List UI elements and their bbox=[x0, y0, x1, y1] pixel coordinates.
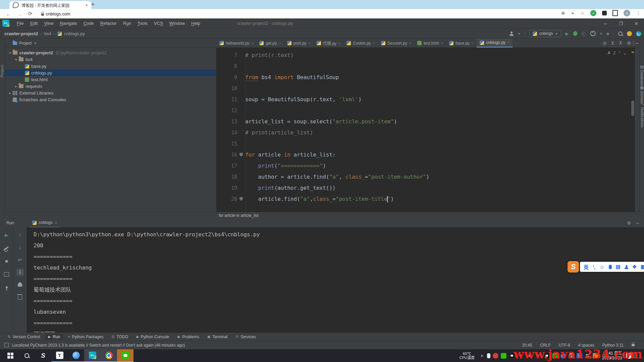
code-line[interactable]: 12 bbox=[216, 105, 635, 116]
chrome-app[interactable] bbox=[101, 349, 117, 362]
close-icon[interactable]: ✕ bbox=[629, 18, 644, 28]
ime-lang-icon[interactable]: 英 bbox=[584, 263, 589, 270]
code-line[interactable]: 16for article in article_list: bbox=[216, 149, 635, 160]
qq-browser-app[interactable] bbox=[68, 349, 84, 362]
tree-item-test-html[interactable]: test.html bbox=[5, 76, 216, 83]
status-event-icon[interactable] bbox=[4, 343, 9, 347]
ime-keyboard-icon[interactable]: ▤ bbox=[616, 264, 621, 270]
status-message[interactable]: Localized PyCharm 2023.1.3 is available … bbox=[12, 343, 185, 348]
code-line[interactable]: 11soup = BeautifulSoup(r.text, 'lxml') bbox=[216, 94, 635, 105]
maximize-icon[interactable]: ❐ bbox=[613, 18, 629, 28]
user-account-icon[interactable] bbox=[509, 34, 514, 36]
tree-arrow-icon[interactable]: ▸ bbox=[7, 91, 13, 95]
menu-window[interactable]: Window bbox=[169, 21, 185, 26]
inspections-widget[interactable]: A 2 ⌃ ⌄ bbox=[608, 50, 626, 55]
editor-tab--py[interactable]: 代理.py× bbox=[314, 39, 343, 48]
wechat-app[interactable] bbox=[117, 349, 133, 362]
tab-close-icon[interactable]: × bbox=[472, 41, 474, 45]
ime-skin-icon[interactable]: ❖ bbox=[632, 264, 637, 270]
coverage-icon[interactable]: Ⓒ bbox=[582, 31, 586, 37]
editor-tab-helloworld-py[interactable]: helloworld.py× bbox=[216, 39, 256, 48]
forward-icon[interactable]: → bbox=[17, 11, 22, 17]
menu-edit[interactable]: Edit bbox=[30, 21, 38, 26]
tree-item-crawler-project2[interactable]: ▾crawler-project2D:\python\crawler-proje… bbox=[5, 49, 216, 56]
tab-close-icon[interactable]: × bbox=[409, 41, 411, 45]
menu-code[interactable]: Code bbox=[84, 21, 94, 26]
code-line[interactable]: 20 article.find("a",class_="post-item-ti… bbox=[216, 193, 635, 204]
editor-tab-cnblogs-py[interactable]: cnblogs.py× bbox=[477, 39, 513, 48]
user-dropdown-icon[interactable]: ▾ bbox=[518, 31, 520, 36]
tree-item-requests[interactable]: ▸requests bbox=[5, 83, 216, 89]
tab-close-icon[interactable]: × bbox=[373, 41, 375, 45]
tree-item-Scratches-and-Consoles[interactable]: Scratches and Consoles bbox=[5, 96, 216, 103]
netease-tray-icon[interactable] bbox=[493, 353, 498, 359]
stripe-sciview[interactable]: ▦ SciView bbox=[640, 85, 644, 104]
ime-emoji-icon[interactable]: ☺ bbox=[599, 264, 604, 270]
reload-icon[interactable]: ⟳ bbox=[28, 11, 33, 17]
toolwindow-run[interactable]: ▶Run bbox=[45, 334, 63, 340]
run-tab[interactable]: cnblogs × bbox=[30, 218, 60, 228]
tab-close-icon[interactable]: × bbox=[85, 3, 88, 8]
run-button[interactable]: ▶ bbox=[566, 31, 569, 36]
run-config-select[interactable]: cnblogs ▾ bbox=[529, 30, 561, 37]
toolwindow-version-control[interactable]: ⇅Version Control bbox=[5, 334, 43, 340]
status-CRLF[interactable]: CRLF bbox=[540, 343, 550, 348]
code-line[interactable]: 17 print("============") bbox=[216, 160, 635, 171]
editor-tab-get-py[interactable]: get.py× bbox=[256, 39, 284, 48]
update-notification-icon[interactable]: ↑ bbox=[627, 31, 632, 36]
editor-tab-base-py[interactable]: base.py× bbox=[446, 39, 477, 48]
stripe-project[interactable]: Project bbox=[0, 65, 5, 77]
status-Python-3-11[interactable]: Python 3.11 bbox=[602, 343, 624, 348]
ime-punct-icon[interactable]: ’, bbox=[593, 264, 595, 270]
tree-item-cnblogs-py[interactable]: cnblogs.py bbox=[5, 69, 216, 76]
toolwindow-todo[interactable]: ☰TODO bbox=[108, 334, 131, 340]
toolwindow-problems[interactable]: ◉Problems bbox=[174, 334, 202, 340]
code-line[interactable]: 9from bs4 import BeautifulSoup bbox=[216, 72, 635, 83]
console-output[interactable]: D:\python\python3\python.exe D:\python\c… bbox=[34, 229, 260, 333]
new-tab-button[interactable]: + bbox=[91, 1, 95, 8]
editor-tab-Cookie-py[interactable]: Cookie.py× bbox=[343, 39, 378, 48]
toolwindow-services[interactable]: ⊙Services bbox=[233, 334, 259, 340]
extensions-puzzle-icon[interactable] bbox=[602, 11, 607, 15]
notepad-app[interactable]: T bbox=[51, 349, 68, 362]
toolwindow-python-packages[interactable]: ≡Python Packages bbox=[65, 334, 106, 340]
browser-tab[interactable]: 博客园 - 开发者的网上家园 × bbox=[9, 1, 91, 9]
editor-tab-Session-py[interactable]: Session.py× bbox=[378, 39, 414, 48]
more-tabs-icon[interactable]: ⋮ bbox=[632, 41, 636, 46]
menu-navigate[interactable]: Navigate bbox=[60, 21, 77, 26]
breadcrumb-item[interactable]: bs4 bbox=[44, 31, 51, 36]
wrap-next-occurrence-icon[interactable]: ↓ bbox=[16, 244, 24, 251]
tab-close-icon[interactable]: × bbox=[338, 41, 340, 45]
tree-arrow-icon[interactable]: ▾ bbox=[7, 51, 13, 55]
code-line[interactable]: 13article_list = soup.select("article.po… bbox=[216, 116, 635, 127]
project-panel-header[interactable]: Project ▾ bbox=[5, 39, 216, 48]
code-line[interactable]: 7# print(r.text) bbox=[216, 50, 635, 61]
tree-arrow-icon[interactable]: ▸ bbox=[13, 84, 19, 88]
tree-item-bs4[interactable]: ▾bs4 bbox=[5, 56, 216, 63]
toolwindow-terminal[interactable]: ▣Terminal bbox=[204, 334, 231, 340]
code-editor[interactable]: 7# print(r.text)89from bs4 import Beauti… bbox=[216, 48, 635, 212]
code-line[interactable]: 15 bbox=[216, 138, 635, 149]
tab-close-icon[interactable]: × bbox=[308, 41, 310, 45]
wechat-tray-icon[interactable] bbox=[501, 353, 506, 359]
microphone-tray-icon[interactable] bbox=[487, 353, 490, 358]
sogou-logo[interactable]: S bbox=[568, 261, 579, 273]
extension-check-icon[interactable]: ✓ bbox=[590, 10, 596, 16]
wrap-restore-layout-icon[interactable] bbox=[3, 270, 10, 278]
tree-item-External-Libraries[interactable]: ▸External Libraries bbox=[5, 89, 216, 96]
tray-expand-chevron[interactable]: ∧ bbox=[479, 353, 485, 359]
wrap-prev-occurrence-icon[interactable]: ↑ bbox=[16, 231, 24, 239]
tree-item-base-py[interactable]: base.py bbox=[5, 63, 216, 69]
tab-close-icon[interactable]: × bbox=[279, 41, 281, 45]
menu-run[interactable]: Run bbox=[123, 21, 131, 26]
profiler-dropdown-icon[interactable]: ▾ bbox=[600, 31, 602, 36]
code-line[interactable]: 10 bbox=[216, 83, 635, 94]
back-icon[interactable]: ← bbox=[6, 11, 11, 17]
wrap-stop-button[interactable]: ■ bbox=[3, 257, 10, 265]
wrap-rerun-button[interactable]: ▶ bbox=[3, 231, 10, 239]
stripe-notifications[interactable]: ◔ Notifications bbox=[640, 102, 644, 127]
wrap-clear-all-icon[interactable] bbox=[16, 293, 24, 301]
toolwindow-python-console[interactable]: ◆Python Console bbox=[133, 334, 172, 340]
prev-problem-icon[interactable]: ⌃ bbox=[618, 50, 621, 55]
debug-bug-icon[interactable] bbox=[573, 31, 577, 36]
